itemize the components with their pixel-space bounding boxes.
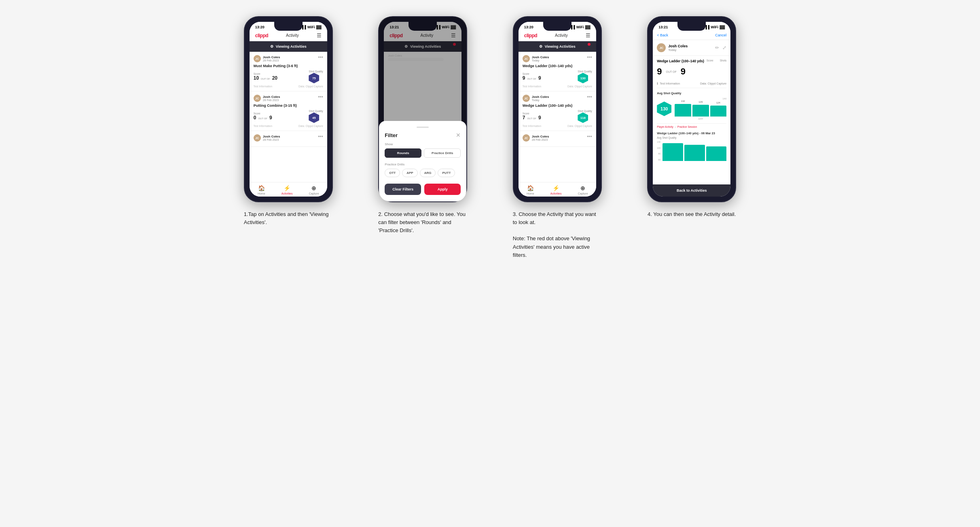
data-capture-3-2: Data: Clippd Capture (567, 125, 592, 127)
card-footer-3-2: Test Information Data: Clippd Capture (523, 125, 592, 127)
card-header-1-1: JC Josh Coles 28 Feb 2023 ••• (254, 55, 323, 62)
settings-icon-3: ⚙ (539, 44, 542, 49)
detail-bar-1 (663, 143, 683, 161)
phone-notch-1 (274, 22, 303, 31)
close-icon[interactable]: ✕ (456, 132, 461, 138)
bottom-nav-capture-1[interactable]: ⊕ Capture (309, 185, 319, 195)
red-dot-3 (588, 43, 591, 46)
card-user-3-2: JC Josh Coles Today (523, 95, 549, 102)
viewing-banner-3[interactable]: ⚙ Viewing Activities (519, 41, 596, 52)
more-icon-3-2[interactable]: ••• (587, 95, 592, 99)
cancel-button[interactable]: Cancel (715, 33, 726, 37)
user-name-1-1: Josh Coles (263, 55, 280, 59)
card-stats-1-1: Score 10 OUT OF 20 Shot Quality 75 (254, 70, 323, 83)
user-name-1-2: Josh Coles (263, 95, 280, 99)
user-name-3-1: Josh Coles (532, 55, 549, 59)
test-info-1-1: Test Information (254, 85, 272, 88)
user-name-3-2: Josh Coles (532, 95, 549, 99)
wifi-icon-4: WiFi (711, 25, 718, 29)
chip-app[interactable]: APP (402, 169, 417, 177)
chart-section: Avg Shot Quality 130 140 132 (653, 88, 730, 123)
step-2-column: 13:21 ▐▐▐ WiFi ▓▓ clippd Activity ☰ ⚙ (362, 16, 484, 235)
chip-ott[interactable]: OTT (385, 169, 400, 177)
quality-badge-1-2: 45 (309, 112, 319, 123)
wifi-icon-3: WiFi (576, 25, 584, 29)
card-stats-1-2: Score 0 OUT OF 9 Shot Quality 45 (254, 110, 323, 123)
score-label-1-1: Score (254, 72, 277, 75)
expand-icon[interactable]: ⤢ (722, 45, 726, 51)
bottom-nav-activities-3[interactable]: ⚡ Activities (550, 185, 562, 195)
app-label: APP (698, 118, 703, 120)
quality-badge-1-1: 75 (309, 73, 319, 83)
practice-drills-toggle[interactable]: Practice Drills (424, 148, 461, 158)
more-icon-1-2[interactable]: ••• (318, 95, 323, 99)
activity-card-1-3[interactable]: JC Josh Coles 28 Feb 2023 ••• (250, 131, 327, 147)
filter-actions: Clear Filters Apply (385, 184, 461, 195)
back-to-activities-button[interactable]: Back to Activities (653, 184, 730, 197)
capture-icon-1: ⊕ (311, 185, 316, 191)
detail-score-row: 9 OUT OF 9 (657, 66, 726, 77)
score-group-3-2: Score 7 OUT OF 9 (523, 112, 541, 121)
phone-notch-3 (543, 22, 571, 31)
rounds-toggle[interactable]: Rounds (385, 148, 421, 158)
bottom-nav-home-1[interactable]: 🏠 Home (258, 185, 265, 195)
practice-session-label: Practice Session (677, 125, 697, 128)
phone-1: 13:20 ▐▐▐ WiFi ▓▓ clippd Activity ☰ ⚙ (244, 16, 333, 202)
bottom-nav-activities-1[interactable]: ⚡ Activities (282, 185, 293, 195)
card-header-3-3: JC Josh Coles 28 Feb 2023 ••• (523, 134, 592, 142)
apply-button[interactable]: Apply (424, 184, 461, 195)
edit-icon[interactable]: ✏ (715, 45, 719, 51)
viewing-banner-1[interactable]: ⚙ Viewing Activities (250, 41, 327, 52)
avatar-3-3: JC (523, 134, 530, 142)
detail-bar-2 (684, 145, 705, 161)
card-title-1-2: Putting Combine (3-15 ft) (254, 104, 323, 108)
show-label: Show (385, 142, 461, 146)
user-name-3-3: Josh Coles (532, 135, 549, 138)
score-val-3-2: 7 (523, 115, 525, 121)
activity-card-3-2[interactable]: JC Josh Coles Today ••• Wedge Ladder (10… (519, 91, 596, 131)
wifi-icon-1: WiFi (307, 25, 315, 29)
activity-card-3-1[interactable]: JC Josh Coles Today ••• Wedge Ladder (10… (519, 52, 596, 91)
nav-title-1: Activity (286, 33, 299, 38)
bottom-nav-capture-3[interactable]: ⊕ Capture (578, 185, 588, 195)
detail-content: Wedge Ladder (100–140 yds) Score Shots 9 (653, 56, 730, 197)
home-icon-3: 🏠 (527, 185, 534, 191)
back-button[interactable]: < Back (657, 33, 668, 37)
step-3-description: 3. Choose the Activity that you want to … (513, 210, 602, 259)
activity-card-1-1[interactable]: JC Josh Coles 28 Feb 2023 ••• Must Make … (250, 52, 327, 91)
more-icon-3-3[interactable]: ••• (587, 134, 592, 139)
chart-y-140: 140 (722, 97, 726, 100)
bottom-nav-home-3[interactable]: 🏠 Home (527, 185, 534, 195)
score-group-3-1: Score 9 OUT OF 9 (523, 72, 541, 81)
user-date-1-2: 28 Feb 2023 (263, 99, 280, 102)
activity-card-3-3[interactable]: JC Josh Coles 28 Feb 2023 ••• (519, 131, 596, 147)
activities-label-3: Activities (550, 192, 562, 195)
more-icon-1-3[interactable]: ••• (318, 134, 323, 139)
card-user-3-3: JC Josh Coles 28 Feb 2023 (523, 134, 549, 142)
battery-icon-3: ▓▓ (585, 25, 591, 29)
home-label-1: Home (258, 192, 265, 195)
card-title-3-1: Wedge Ladder (100–140 yds) (523, 64, 592, 68)
menu-icon-3[interactable]: ☰ (586, 32, 591, 38)
bar-label-2: 129 (698, 101, 703, 103)
phone-screen-2: 13:21 ▐▐▐ WiFi ▓▓ clippd Activity ☰ ⚙ (384, 22, 461, 197)
capture-label-1: Capture (309, 192, 319, 195)
y-80: 80 (657, 152, 660, 155)
chip-arg[interactable]: ARG (420, 169, 436, 177)
nav-bar-1: clippd Activity ☰ (250, 31, 327, 41)
quality-badge-3-2: 118 (578, 112, 588, 123)
viewing-activities-label-1: Viewing Activities (276, 44, 307, 49)
test-info-3-2: Test Information (523, 125, 541, 127)
activities-icon-1: ⚡ (284, 185, 290, 191)
user-info-1-1: Josh Coles 28 Feb 2023 (263, 55, 280, 62)
activity-card-1-2[interactable]: JC Josh Coles 28 Feb 2023 ••• Putting Co… (250, 91, 327, 131)
more-icon-1-1[interactable]: ••• (318, 55, 323, 60)
chip-putt[interactable]: PUTT (438, 169, 455, 177)
more-icon-3-1[interactable]: ••• (587, 55, 592, 60)
user-date-3-2: Today (532, 99, 549, 102)
nav-logo-3: clippd (524, 33, 537, 38)
quality-label-1-1: Shot Quality (309, 70, 323, 73)
clear-filters-button[interactable]: Clear Filters (385, 184, 421, 195)
card-title-1-1: Must Make Putting (3-6 ft) (254, 64, 323, 68)
menu-icon-1[interactable]: ☰ (317, 32, 322, 38)
